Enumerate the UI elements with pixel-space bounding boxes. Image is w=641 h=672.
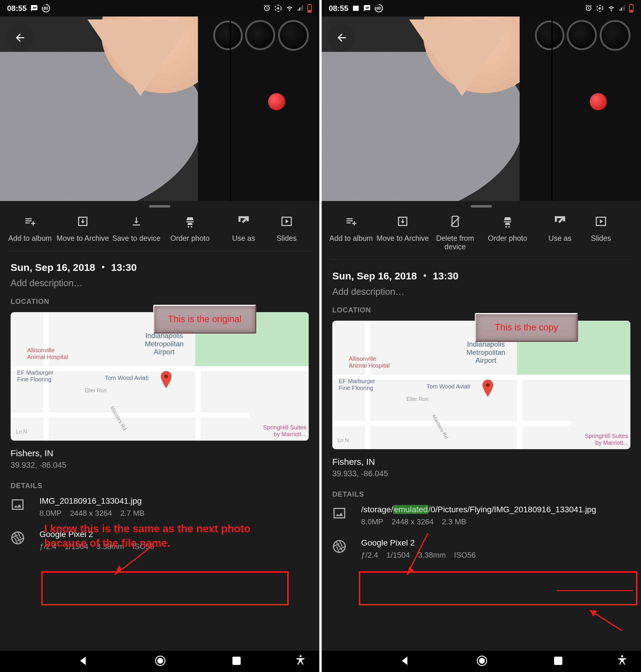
drag-handle[interactable] [471, 205, 492, 207]
action-add-to-album[interactable]: Add to album [324, 215, 377, 251]
poi-airport: Indianapolis Metropolitan Airport [466, 340, 505, 365]
map-pin-icon [160, 371, 173, 389]
action-save-to-device[interactable]: Save to device [110, 215, 163, 243]
svg-point-13 [300, 655, 302, 657]
svg-rect-4 [309, 4, 311, 5]
poi-hospital: Allisonville Animal Hospital [27, 347, 68, 361]
poi-flooring: EF Marburger Fine Flooring [339, 378, 375, 391]
battery-low-icon [307, 4, 312, 13]
action-label: Order photo [170, 234, 209, 243]
file-dims: 2448 x 3264 [392, 517, 434, 526]
annotation-callout-copy: This is the copy [475, 313, 578, 342]
action-use-as[interactable]: Use as [534, 215, 586, 251]
accessibility-icon[interactable] [616, 654, 628, 667]
file-mp: 8.0MP [361, 517, 383, 526]
aperture-icon [11, 530, 28, 546]
nav-back-icon[interactable] [399, 655, 411, 668]
svg-point-11 [157, 658, 163, 664]
action-label: Add to album [329, 234, 373, 243]
playlist-add-icon [24, 215, 36, 228]
action-use-as[interactable]: Use as [217, 215, 270, 243]
file-mp: 8.0MP [40, 509, 62, 518]
action-add-to-album[interactable]: Add to album [2, 215, 56, 243]
annotation-arrow-filename [581, 607, 628, 634]
aperture-icon [332, 538, 349, 555]
nav-back-icon[interactable] [78, 655, 89, 668]
slideshow-icon [281, 215, 293, 228]
battery-low-icon [629, 4, 634, 13]
file-dims: 2448 x 3264 [70, 509, 112, 518]
image-file-icon [11, 496, 28, 513]
annotation-text: I know this is the same as the next phot… [44, 522, 292, 550]
drag-handle[interactable] [149, 205, 170, 207]
file-details: /storage/emulated/0/Pictures/Flying/IMG_… [322, 505, 641, 526]
device-details: Google Pixel 2 ƒ/2.4 1/1504 3.38mm ISO56 [322, 538, 641, 560]
action-move-to-archive[interactable]: Move to Archive [56, 215, 110, 243]
photo-preview[interactable] [322, 16, 641, 201]
status-time: 08:55 [7, 4, 27, 13]
archive-icon [396, 215, 409, 228]
svg-marker-25 [407, 566, 413, 575]
action-label: Slides [277, 234, 297, 243]
nav-home-icon[interactable] [154, 654, 167, 669]
svg-rect-5 [309, 10, 311, 12]
device-iso: ISO56 [454, 551, 476, 560]
action-row: Add to album Move to Archive Save to dev… [0, 211, 319, 249]
photo-preview[interactable] [0, 16, 319, 201]
phone-left: 08:55 80 [0, 0, 319, 672]
action-delete-from-device[interactable]: Delete from device [429, 215, 481, 251]
annotation-underline [557, 590, 633, 591]
annotation-red-box [359, 571, 638, 605]
svg-rect-18 [631, 4, 632, 5]
description-input[interactable]: Add description… [0, 278, 319, 297]
message-icon [363, 4, 371, 12]
nav-home-icon[interactable] [475, 654, 488, 669]
wifi-icon [607, 5, 616, 12]
description-input[interactable]: Add description… [322, 286, 641, 306]
file-details: IMG_20180916_133041.jpg 8.0MP 2448 x 326… [0, 496, 319, 518]
path-highlight: emulated [393, 505, 428, 514]
signal-icon [297, 5, 304, 12]
action-move-to-archive[interactable]: Move to Archive [377, 215, 429, 251]
svg-point-29 [479, 658, 485, 664]
annotation-callout-original: This is the original [153, 305, 256, 334]
action-label: Delete from device [429, 234, 481, 251]
details-label: DETAILS [322, 490, 641, 505]
annotation-red-box [41, 571, 289, 605]
wifi-icon [285, 5, 294, 12]
svg-point-6 [164, 375, 168, 378]
signal-icon [618, 5, 626, 12]
action-order-photo[interactable]: Order photo [481, 215, 534, 251]
alarm-icon [584, 4, 593, 12]
alarm-icon [263, 4, 271, 12]
poi-hotel: SpringHill Suites by Marriott... [263, 424, 306, 438]
svg-rect-19 [630, 10, 633, 12]
nav-bar [322, 651, 641, 672]
date-time: Sun, Sep 16, 2018 • 13:30 [322, 270, 641, 286]
accessibility-icon[interactable] [295, 654, 306, 667]
poi-masters: Masters Rd [431, 414, 450, 440]
nav-recents-icon[interactable] [553, 656, 563, 667]
open-in-new-icon [237, 215, 250, 228]
poi-hotel: SpringHill Suites by Marriott... [585, 433, 628, 446]
download-icon [130, 215, 142, 228]
back-button[interactable] [328, 24, 355, 51]
svg-marker-9 [115, 565, 122, 575]
location-text: Fishers, IN [322, 457, 641, 469]
poi-lnn: Ln N [338, 438, 349, 444]
action-label: Slides [591, 234, 611, 243]
poi-eller: Eller Run [85, 388, 107, 394]
back-button[interactable] [6, 24, 33, 51]
action-order-photo[interactable]: Order photo [163, 215, 217, 243]
divider [330, 259, 633, 260]
poi-hospital: Allisonville Animal Hospital [349, 355, 390, 369]
details-label: DETAILS [0, 482, 319, 496]
action-slideshow[interactable]: Slides [586, 215, 616, 251]
playlist-add-icon [345, 215, 357, 228]
date-text: Sun, Sep 16, 2018 [11, 262, 95, 273]
file-size: 2.7 MB [120, 509, 144, 518]
action-slideshow[interactable]: Slides [270, 215, 303, 243]
cart-icon [501, 215, 514, 228]
nav-recents-icon[interactable] [232, 656, 242, 667]
svg-point-31 [621, 655, 623, 657]
